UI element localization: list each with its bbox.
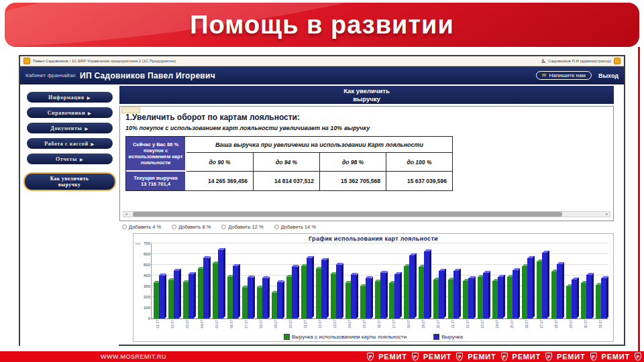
bar-group	[152, 243, 166, 318]
blue-bar	[557, 264, 562, 318]
green-bar	[301, 266, 307, 318]
x-tick-label: 29.07	[564, 320, 578, 328]
bar-group	[270, 243, 284, 318]
bar-side-face	[444, 269, 446, 318]
bar-side-face	[341, 263, 343, 318]
legend-label: Выручка с использованием карты лояльност…	[292, 334, 407, 340]
x-tick-label: 30.07	[578, 320, 593, 328]
x-tick-label: 12.07	[313, 320, 328, 328]
radio-add-percent[interactable]: Добавить 4 %	[122, 224, 161, 230]
green-bar	[551, 272, 557, 318]
green-bar	[375, 282, 380, 318]
radio-label: Добавить 4 %	[129, 224, 161, 230]
sidebar-item-increase-revenue[interactable]: Как увеличить выручку	[23, 172, 116, 191]
sidebar-item[interactable]: Документы▶	[27, 123, 113, 133]
bar-group	[490, 243, 505, 318]
blue-bar	[233, 266, 238, 318]
blue-bar	[542, 253, 547, 318]
legend-label: Выручка	[441, 334, 463, 340]
page-title-line1: Как увеличить	[119, 87, 614, 95]
sidebar-item[interactable]: Работа с кассой▶	[27, 138, 113, 149]
green-bar	[227, 277, 233, 318]
x-tick-label: 31.07	[593, 320, 608, 328]
brand-logos: РРЕМИТРРЕМИТРРЕМИТРРЕМИТРРЕМИТРРЕМИТР	[367, 353, 641, 361]
x-tick-label: 01.07	[151, 320, 166, 328]
bar-side-face	[194, 272, 196, 318]
x-tick-label: 28.07	[549, 320, 564, 328]
x-tick-label: 22.07	[460, 320, 475, 328]
chevron-right-icon: ▶	[87, 95, 91, 100]
bar-group	[431, 243, 446, 318]
write-us-button[interactable]: ✉ Напишите нам	[536, 71, 592, 80]
green-bar	[213, 263, 218, 318]
bar-group	[211, 243, 225, 318]
bar-side-face	[164, 274, 166, 318]
sidebar-item[interactable]: Информация▶	[27, 92, 113, 103]
x-tick-label: 17.07	[387, 320, 402, 328]
chevron-right-icon: ▶	[91, 141, 95, 146]
exit-button[interactable]: Выход	[598, 72, 619, 79]
bar-side-face	[179, 269, 181, 318]
x-tick-label: 06.07	[225, 320, 239, 328]
blue-bar	[572, 280, 577, 318]
brand-name: РЕМИТ	[602, 353, 630, 361]
brand-shield-icon: Р	[501, 353, 508, 361]
app-header-bar: Кабинет франчайзи: ИП Садовников Павел И…	[20, 66, 624, 84]
radio-circle-icon[interactable]	[122, 225, 127, 229]
radio-circle-icon[interactable]	[221, 225, 226, 229]
radio-add-percent[interactable]: Добавить 12 %	[221, 224, 263, 230]
bar-side-face	[223, 248, 225, 318]
table-value: 14 814 037,512	[253, 172, 319, 190]
bar-group	[402, 243, 417, 318]
bar-group	[358, 243, 373, 318]
x-tick-label: 09.07	[269, 320, 284, 328]
table-col-header: до 94 %	[253, 153, 319, 171]
1c-badge-icon	[614, 58, 621, 64]
x-tick-text: 07.07	[245, 320, 248, 328]
scroll-left-icon[interactable]: ◂	[123, 212, 129, 217]
green-bar	[433, 280, 439, 318]
bar-group	[505, 243, 520, 318]
highlight-label-line2: выручку	[25, 182, 115, 188]
y-tick-label: 500	[144, 263, 150, 267]
brand-shield-icon: Р	[590, 353, 597, 361]
sidebar-item[interactable]: Отчеты▶	[27, 154, 113, 164]
radio-circle-icon[interactable]	[172, 225, 176, 229]
blue-bar	[218, 250, 223, 318]
sidebar-item[interactable]: Справочники▶	[27, 107, 113, 118]
app-window: Павел Садовников / 1С ERP Управление пре…	[19, 55, 625, 346]
bar-group	[417, 243, 431, 318]
scrollbar-thumb[interactable]	[133, 212, 562, 217]
horizontal-scrollbar[interactable]: ◂ ▸	[123, 211, 610, 217]
highlight-label-line1: Как увеличить	[25, 176, 115, 182]
radio-circle-icon[interactable]	[274, 225, 279, 229]
bar-group	[461, 243, 476, 318]
green-bar	[596, 285, 601, 318]
sidebar-menu: Информация▶Справочники▶Документы▶Работа …	[20, 84, 119, 346]
bar-group	[594, 243, 608, 318]
blue-bar	[380, 273, 386, 318]
bar-group	[284, 243, 299, 318]
x-tick-label: 26.07	[519, 320, 534, 328]
green-bar	[419, 267, 424, 318]
green-bar	[581, 283, 586, 318]
blue-bar	[513, 270, 518, 318]
scroll-right-icon[interactable]: ▸	[604, 212, 610, 217]
x-tick-text: 11.07	[304, 320, 307, 328]
radio-add-percent[interactable]: Добавить 14 %	[274, 224, 316, 230]
bar-side-face	[429, 249, 431, 318]
sidebar-item-label: Работа с кассой	[44, 141, 88, 147]
table-col-header: до 98 %	[319, 153, 386, 171]
blue-bar	[366, 278, 371, 318]
x-tick-text: 28.07	[555, 320, 558, 328]
x-tick-label: 23.07	[475, 320, 490, 328]
radio-add-percent[interactable]: Добавить 8 %	[172, 224, 211, 230]
brand-name: РЕМИТ	[378, 353, 407, 361]
add-percent-radio-group: Добавить 4 %Добавить 8 %Добавить 12 %Доб…	[122, 224, 316, 230]
x-tick-text: 17.07	[392, 320, 396, 328]
green-bar	[448, 280, 453, 318]
presentation-slide: Помощь в развитии Павел Садовников / 1С …	[0, 0, 644, 362]
sidebar-item-label: Отчеты	[56, 156, 77, 162]
write-us-label: Напишите нам	[549, 72, 586, 78]
x-tick-label: 02.07	[166, 320, 180, 328]
